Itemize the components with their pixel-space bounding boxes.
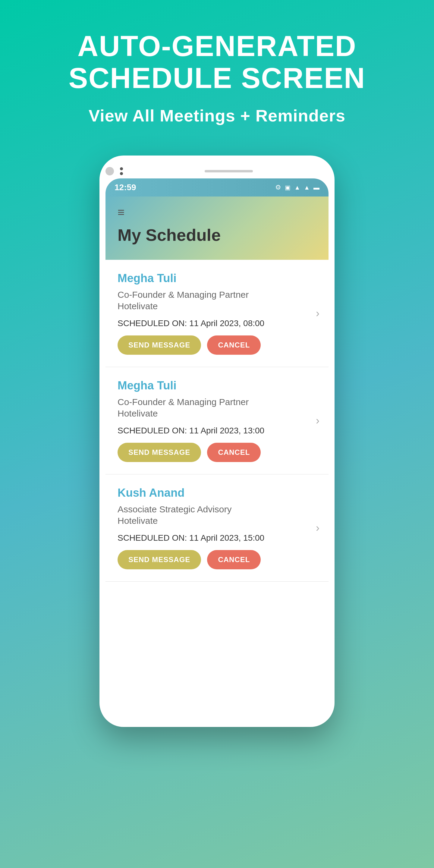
cancel-button[interactable]: CANCEL xyxy=(207,550,261,569)
signal-icon xyxy=(304,184,310,191)
phone-top-bar xyxy=(105,161,329,179)
person-name[interactable]: Megha Tuli xyxy=(118,272,316,285)
settings-icon xyxy=(275,184,281,191)
chevron-right-icon[interactable]: › xyxy=(316,522,319,534)
phone-frame: 12:59 ≡ My Schedule Megha Tuli xyxy=(99,156,335,727)
app-header: ≡ My Schedule xyxy=(105,196,329,260)
cancel-button[interactable]: CANCEL xyxy=(207,443,261,462)
page-title: AUTO-GENERATED SCHEDULE SCREEN xyxy=(69,30,366,94)
wifi-icon xyxy=(294,184,300,191)
person-name[interactable]: Kush Anand xyxy=(118,487,316,499)
page-header: AUTO-GENERATED SCHEDULE SCREEN View All … xyxy=(44,0,390,144)
phone-camera xyxy=(105,167,114,176)
chevron-right-icon[interactable]: › xyxy=(316,414,319,427)
sensor-dot-2 xyxy=(120,172,123,175)
sensor-dot-1 xyxy=(120,167,123,170)
scheduled-on: SCHEDULED ON: 11 April 2023, 08:00 xyxy=(118,318,316,328)
action-buttons: SEND MESSAGE CANCEL xyxy=(118,336,316,355)
phone-notch-bar xyxy=(205,170,253,173)
status-icons xyxy=(275,184,319,191)
send-message-button[interactable]: SEND MESSAGE xyxy=(118,550,201,569)
cancel-button[interactable]: CANCEL xyxy=(207,336,261,355)
phone-wrapper: 12:59 ≡ My Schedule Megha Tuli xyxy=(99,156,335,727)
send-message-button[interactable]: SEND MESSAGE xyxy=(118,336,201,355)
person-title: Associate Strategic Advisory xyxy=(118,503,316,516)
action-buttons: SEND MESSAGE CANCEL xyxy=(118,443,316,462)
schedule-item: Megha Tuli Co-Founder & Managing Partner… xyxy=(105,367,329,474)
schedule-item: Megha Tuli Co-Founder & Managing Partner… xyxy=(105,260,329,367)
app-title: My Schedule xyxy=(118,225,316,245)
scheduled-on: SCHEDULED ON: 11 April 2023, 15:00 xyxy=(118,533,316,543)
person-name[interactable]: Megha Tuli xyxy=(118,379,316,392)
phone-sensors xyxy=(120,167,123,175)
person-title: Co-Founder & Managing Partner xyxy=(118,396,316,408)
battery-icon xyxy=(313,184,319,191)
company-name: Hotelivate xyxy=(118,301,316,311)
hamburger-menu-button[interactable]: ≡ xyxy=(118,206,316,219)
scheduled-on: SCHEDULED ON: 11 April 2023, 13:00 xyxy=(118,426,316,435)
page-subtitle: View All Meetings + Reminders xyxy=(69,106,366,125)
person-title: Co-Founder & Managing Partner xyxy=(118,288,316,301)
action-buttons: SEND MESSAGE CANCEL xyxy=(118,550,316,569)
company-name: Hotelivate xyxy=(118,516,316,526)
schedule-item: Kush Anand Associate Strategic Advisory … xyxy=(105,474,329,582)
company-name: Hotelivate xyxy=(118,408,316,418)
chevron-right-icon[interactable]: › xyxy=(316,307,319,320)
phone-screen: 12:59 ≡ My Schedule Megha Tuli xyxy=(105,179,329,721)
schedule-list: Megha Tuli Co-Founder & Managing Partner… xyxy=(105,260,329,582)
sim-icon xyxy=(285,184,290,191)
send-message-button[interactable]: SEND MESSAGE xyxy=(118,443,201,462)
status-bar: 12:59 xyxy=(105,179,329,196)
status-time: 12:59 xyxy=(115,183,136,192)
